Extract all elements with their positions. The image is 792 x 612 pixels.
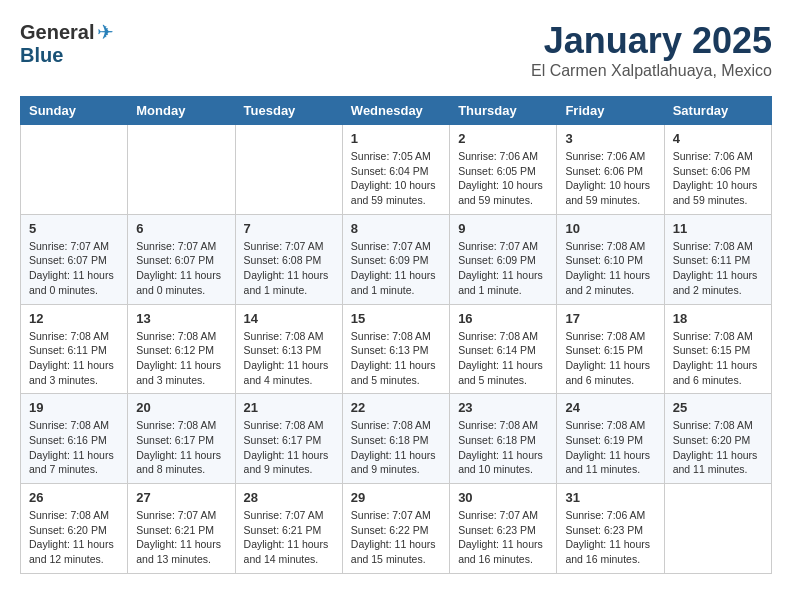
logo-bird-icon: ✈ [97, 20, 114, 44]
day-info: Sunrise: 7:07 AM Sunset: 6:23 PM Dayligh… [458, 508, 548, 567]
day-info: Sunrise: 7:08 AM Sunset: 6:15 PM Dayligh… [673, 329, 763, 388]
calendar-week-row: 19Sunrise: 7:08 AM Sunset: 6:16 PM Dayli… [21, 394, 772, 484]
calendar-week-row: 26Sunrise: 7:08 AM Sunset: 6:20 PM Dayli… [21, 484, 772, 574]
day-info: Sunrise: 7:08 AM Sunset: 6:13 PM Dayligh… [351, 329, 441, 388]
calendar-cell: 8Sunrise: 7:07 AM Sunset: 6:09 PM Daylig… [342, 214, 449, 304]
calendar-week-row: 12Sunrise: 7:08 AM Sunset: 6:11 PM Dayli… [21, 304, 772, 394]
day-info: Sunrise: 7:08 AM Sunset: 6:11 PM Dayligh… [673, 239, 763, 298]
calendar-cell: 7Sunrise: 7:07 AM Sunset: 6:08 PM Daylig… [235, 214, 342, 304]
calendar-table: SundayMondayTuesdayWednesdayThursdayFrid… [20, 96, 772, 574]
day-info: Sunrise: 7:08 AM Sunset: 6:18 PM Dayligh… [458, 418, 548, 477]
day-info: Sunrise: 7:07 AM Sunset: 6:22 PM Dayligh… [351, 508, 441, 567]
calendar-header-cell: Tuesday [235, 97, 342, 125]
day-number: 22 [351, 400, 441, 415]
day-number: 29 [351, 490, 441, 505]
day-info: Sunrise: 7:08 AM Sunset: 6:11 PM Dayligh… [29, 329, 119, 388]
day-info: Sunrise: 7:08 AM Sunset: 6:14 PM Dayligh… [458, 329, 548, 388]
calendar-cell: 20Sunrise: 7:08 AM Sunset: 6:17 PM Dayli… [128, 394, 235, 484]
day-number: 24 [565, 400, 655, 415]
calendar-cell [128, 125, 235, 215]
calendar-cell [235, 125, 342, 215]
calendar-cell: 11Sunrise: 7:08 AM Sunset: 6:11 PM Dayli… [664, 214, 771, 304]
calendar-cell: 21Sunrise: 7:08 AM Sunset: 6:17 PM Dayli… [235, 394, 342, 484]
page-header: General ✈ Blue January 2025 El Carmen Xa… [20, 20, 772, 80]
day-number: 6 [136, 221, 226, 236]
day-number: 18 [673, 311, 763, 326]
calendar-cell: 6Sunrise: 7:07 AM Sunset: 6:07 PM Daylig… [128, 214, 235, 304]
calendar-cell: 4Sunrise: 7:06 AM Sunset: 6:06 PM Daylig… [664, 125, 771, 215]
day-number: 3 [565, 131, 655, 146]
calendar-cell: 19Sunrise: 7:08 AM Sunset: 6:16 PM Dayli… [21, 394, 128, 484]
calendar-cell [21, 125, 128, 215]
calendar-cell: 12Sunrise: 7:08 AM Sunset: 6:11 PM Dayli… [21, 304, 128, 394]
title-block: January 2025 El Carmen Xalpatlahuaya, Me… [531, 20, 772, 80]
calendar-cell: 13Sunrise: 7:08 AM Sunset: 6:12 PM Dayli… [128, 304, 235, 394]
calendar-cell: 18Sunrise: 7:08 AM Sunset: 6:15 PM Dayli… [664, 304, 771, 394]
calendar-header-cell: Monday [128, 97, 235, 125]
calendar-cell: 14Sunrise: 7:08 AM Sunset: 6:13 PM Dayli… [235, 304, 342, 394]
day-info: Sunrise: 7:08 AM Sunset: 6:15 PM Dayligh… [565, 329, 655, 388]
day-info: Sunrise: 7:08 AM Sunset: 6:20 PM Dayligh… [673, 418, 763, 477]
day-number: 5 [29, 221, 119, 236]
calendar-cell: 24Sunrise: 7:08 AM Sunset: 6:19 PM Dayli… [557, 394, 664, 484]
day-info: Sunrise: 7:07 AM Sunset: 6:09 PM Dayligh… [458, 239, 548, 298]
day-number: 17 [565, 311, 655, 326]
location-title: El Carmen Xalpatlahuaya, Mexico [531, 62, 772, 80]
logo: General ✈ Blue [20, 20, 114, 67]
calendar-cell: 28Sunrise: 7:07 AM Sunset: 6:21 PM Dayli… [235, 484, 342, 574]
calendar-cell: 3Sunrise: 7:06 AM Sunset: 6:06 PM Daylig… [557, 125, 664, 215]
logo-general: General [20, 21, 94, 44]
day-info: Sunrise: 7:05 AM Sunset: 6:04 PM Dayligh… [351, 149, 441, 208]
day-number: 11 [673, 221, 763, 236]
day-info: Sunrise: 7:08 AM Sunset: 6:10 PM Dayligh… [565, 239, 655, 298]
calendar-cell: 1Sunrise: 7:05 AM Sunset: 6:04 PM Daylig… [342, 125, 449, 215]
day-number: 31 [565, 490, 655, 505]
calendar-cell: 10Sunrise: 7:08 AM Sunset: 6:10 PM Dayli… [557, 214, 664, 304]
day-number: 20 [136, 400, 226, 415]
day-info: Sunrise: 7:08 AM Sunset: 6:12 PM Dayligh… [136, 329, 226, 388]
day-number: 14 [244, 311, 334, 326]
calendar-cell: 17Sunrise: 7:08 AM Sunset: 6:15 PM Dayli… [557, 304, 664, 394]
calendar-week-row: 1Sunrise: 7:05 AM Sunset: 6:04 PM Daylig… [21, 125, 772, 215]
month-title: January 2025 [531, 20, 772, 62]
day-number: 8 [351, 221, 441, 236]
day-number: 16 [458, 311, 548, 326]
day-info: Sunrise: 7:06 AM Sunset: 6:06 PM Dayligh… [565, 149, 655, 208]
calendar-cell: 31Sunrise: 7:06 AM Sunset: 6:23 PM Dayli… [557, 484, 664, 574]
day-info: Sunrise: 7:07 AM Sunset: 6:21 PM Dayligh… [244, 508, 334, 567]
logo-blue: Blue [20, 44, 63, 67]
calendar-cell: 9Sunrise: 7:07 AM Sunset: 6:09 PM Daylig… [450, 214, 557, 304]
calendar-cell: 22Sunrise: 7:08 AM Sunset: 6:18 PM Dayli… [342, 394, 449, 484]
calendar-header-cell: Friday [557, 97, 664, 125]
calendar-cell: 15Sunrise: 7:08 AM Sunset: 6:13 PM Dayli… [342, 304, 449, 394]
day-info: Sunrise: 7:07 AM Sunset: 6:21 PM Dayligh… [136, 508, 226, 567]
day-number: 10 [565, 221, 655, 236]
day-number: 1 [351, 131, 441, 146]
day-info: Sunrise: 7:08 AM Sunset: 6:20 PM Dayligh… [29, 508, 119, 567]
day-number: 21 [244, 400, 334, 415]
calendar-week-row: 5Sunrise: 7:07 AM Sunset: 6:07 PM Daylig… [21, 214, 772, 304]
day-number: 12 [29, 311, 119, 326]
day-info: Sunrise: 7:07 AM Sunset: 6:07 PM Dayligh… [136, 239, 226, 298]
calendar-cell: 25Sunrise: 7:08 AM Sunset: 6:20 PM Dayli… [664, 394, 771, 484]
calendar-cell: 26Sunrise: 7:08 AM Sunset: 6:20 PM Dayli… [21, 484, 128, 574]
calendar-cell: 16Sunrise: 7:08 AM Sunset: 6:14 PM Dayli… [450, 304, 557, 394]
calendar-cell: 2Sunrise: 7:06 AM Sunset: 6:05 PM Daylig… [450, 125, 557, 215]
calendar-header-cell: Thursday [450, 97, 557, 125]
day-info: Sunrise: 7:08 AM Sunset: 6:16 PM Dayligh… [29, 418, 119, 477]
day-info: Sunrise: 7:08 AM Sunset: 6:17 PM Dayligh… [136, 418, 226, 477]
calendar-cell: 23Sunrise: 7:08 AM Sunset: 6:18 PM Dayli… [450, 394, 557, 484]
day-info: Sunrise: 7:08 AM Sunset: 6:13 PM Dayligh… [244, 329, 334, 388]
day-info: Sunrise: 7:08 AM Sunset: 6:19 PM Dayligh… [565, 418, 655, 477]
calendar-header-row: SundayMondayTuesdayWednesdayThursdayFrid… [21, 97, 772, 125]
day-info: Sunrise: 7:08 AM Sunset: 6:18 PM Dayligh… [351, 418, 441, 477]
day-number: 26 [29, 490, 119, 505]
day-info: Sunrise: 7:07 AM Sunset: 6:07 PM Dayligh… [29, 239, 119, 298]
day-number: 4 [673, 131, 763, 146]
day-number: 23 [458, 400, 548, 415]
day-number: 9 [458, 221, 548, 236]
day-number: 15 [351, 311, 441, 326]
calendar-header-cell: Sunday [21, 97, 128, 125]
day-number: 19 [29, 400, 119, 415]
calendar-cell: 27Sunrise: 7:07 AM Sunset: 6:21 PM Dayli… [128, 484, 235, 574]
